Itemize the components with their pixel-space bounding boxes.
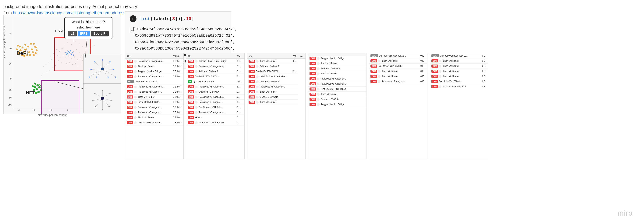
row-name: 1inch v4: Router (138, 65, 154, 68)
svg-point-165 (110, 93, 110, 94)
row-value (362, 92, 366, 97)
protocol-icon (134, 101, 137, 104)
row-value (362, 56, 366, 61)
table-row: OUT Paraswap v5: Augustus ... 0 Ether (125, 84, 184, 89)
table-row: OUT 1inch v4: Router (308, 92, 366, 97)
table-row: OUT 1inch v4: Router 2... (247, 59, 305, 64)
protocol-icon (256, 75, 258, 78)
svg-point-102 (19, 46, 21, 47)
row-value: 2... (292, 59, 298, 64)
row-name: 1inch v4: Router (442, 70, 459, 72)
row-name: Paraswap v5: Augustus ... (260, 85, 286, 88)
callout-subtitle: select from here (68, 26, 109, 29)
btn-ipfs[interactable]: IPFS (78, 31, 90, 36)
badge: OUT (310, 87, 316, 90)
badge: OUT (248, 60, 255, 63)
row-name: Centre: USD Coin (260, 96, 278, 98)
svg-point-58 (43, 66, 44, 67)
row-value (362, 66, 366, 71)
table-row: OUT Paraswap v5: August ... 0 Ether (125, 110, 184, 115)
row-value: 0 E (480, 74, 488, 79)
data-table-1: To ↑ Value OUT Paraswap v5: Augustus ...… (125, 53, 184, 159)
row-value (172, 79, 184, 84)
table-row: OUT Paraswap v5: Augustus ... (247, 84, 305, 89)
row-value: 0 E (480, 84, 488, 89)
badge: OUT (370, 80, 377, 83)
badge: OUT (127, 60, 133, 63)
protocol-icon (317, 57, 320, 60)
table-row: OUT 0xe14c1a28c3720b8l8... 0 E (369, 64, 427, 69)
svg-point-63 (44, 74, 44, 74)
data-table-2: To ↑ V... OUT Gnosis Chain: Omni Bridge … (186, 53, 244, 159)
table-row: SELF 0x54a807d5d9a8598e1b... 0 E (369, 53, 427, 58)
row-value (292, 100, 298, 105)
row-name: Arbitrum: Outbox 3 (199, 70, 218, 73)
table-row: OUT Centre: USD Coin (308, 97, 366, 102)
badge: OUT (432, 85, 438, 88)
svg-point-60 (52, 68, 53, 68)
btn-socialfi[interactable]: SocialFi (91, 31, 109, 36)
table-row: OUT 1inch v4: Router (247, 100, 305, 105)
svg-point-144 (101, 67, 104, 70)
row-name: Paraswap v5: Augustus (382, 80, 405, 83)
svg-text:0: 0 (10, 78, 12, 80)
protocol-icon (317, 98, 320, 101)
badge: OUT (188, 70, 194, 73)
protocol-icon (195, 122, 198, 124)
row-value: 0 Ether (172, 69, 184, 74)
row-name: Paraswap v5: Augustus ... (138, 60, 164, 62)
table-row: OUT 0x1a0c5f0b92f0238b... 0 Ether (125, 100, 184, 105)
svg-text:DeFi: DeFi (16, 50, 28, 56)
table-row: OUT 1inch v4: Router 0 E (430, 64, 488, 69)
protocol-icon (195, 60, 198, 63)
badge: OUT (248, 65, 255, 68)
row-name: Paraswap v5: Augustus ... (138, 85, 164, 88)
svg-point-153 (115, 76, 116, 78)
col-to[interactable]: To ↑ (125, 53, 172, 59)
row-value: 0 E (480, 79, 488, 84)
row-value: 0 Ether (172, 64, 184, 69)
svg-point-55 (51, 59, 52, 60)
row-value (362, 71, 366, 76)
table-row: OUT Arbitrum: Outbox 3 0... (186, 69, 244, 74)
svg-point-29 (53, 53, 54, 54)
svg-point-145 (94, 61, 96, 62)
row-name: Polygon (Matic): Bridge (321, 103, 344, 106)
run-button[interactable] (130, 15, 136, 22)
row-name: 1inch v4: Router (321, 93, 337, 95)
data-table-4: OUT Polygon (Matic): Bridge OUT 1inch v4… (308, 53, 366, 159)
protocol-icon (134, 122, 137, 124)
svg-text:50: 50 (9, 47, 12, 50)
row-value (292, 84, 298, 89)
row-value: 0 E (480, 64, 488, 69)
protocol-icon (134, 106, 137, 109)
row-name: Arbitrum: Outbox 3 (260, 65, 279, 68)
data-table-3: OUT Va 2... OUT 1inch v4: Router 2... OU… (247, 53, 306, 159)
row-name: Paraswap v5: Augustus ... (199, 85, 225, 88)
badge: OUT (310, 98, 316, 101)
svg-text:-50: -50 (8, 96, 12, 99)
table-row: OUT Paraswap v5: Augustus ... (308, 76, 366, 81)
table-row: OUT Paraswap v5: August ... 0 Ether (125, 105, 184, 110)
svg-point-64 (41, 75, 42, 76)
col-to-2[interactable]: To ↑ (186, 53, 236, 59)
svg-point-57 (46, 64, 46, 65)
badge: OUT (248, 75, 255, 78)
callout-title: what is this cluster? (68, 20, 109, 24)
badge: OUT (432, 80, 438, 83)
row-value: 0 Ether (172, 110, 184, 115)
svg-point-163 (101, 97, 104, 100)
row-name: Optimism: Gateway (199, 90, 219, 93)
row-value (362, 61, 366, 66)
table-row: OUT Arbitrum: Outbox 3 (247, 79, 305, 84)
badge: OUT (432, 59, 438, 62)
badge: OUT (310, 57, 316, 60)
table-row: OUT Centre: USD Coin (247, 94, 305, 100)
row-value: 0 E (419, 79, 427, 84)
protocol-icon (134, 75, 137, 78)
badge: OUT (432, 75, 438, 78)
protocol-icon (256, 91, 258, 93)
btn-l2[interactable]: L2 (68, 31, 77, 36)
table-row: OUT 0x84e4f8a55247487d... 2... (186, 74, 244, 79)
row-value: 10... (236, 79, 244, 84)
